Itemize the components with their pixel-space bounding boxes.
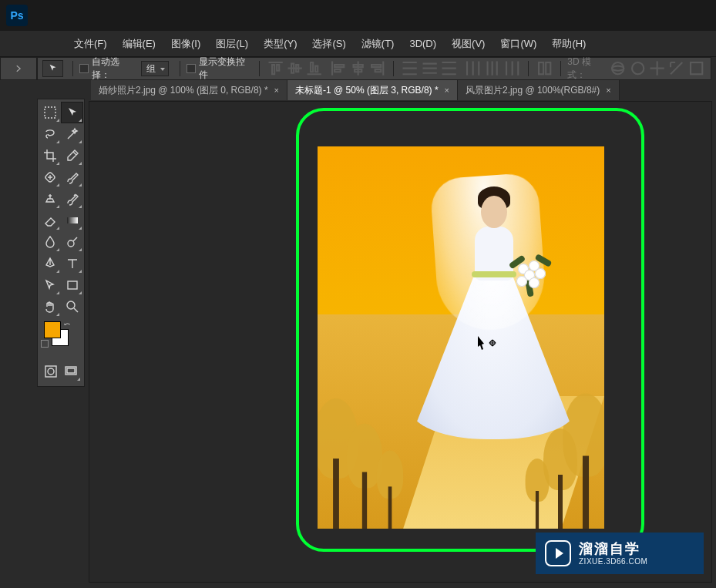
align-left-icon[interactable] bbox=[330, 61, 346, 76]
foreground-swatch[interactable] bbox=[44, 321, 61, 338]
distribute-right-icon[interactable] bbox=[504, 61, 520, 76]
auto-select-checkbox[interactable] bbox=[79, 64, 89, 73]
watermark-en: ZIXUE.3D66.COM bbox=[579, 557, 647, 566]
separator bbox=[180, 61, 180, 76]
dodge-tool[interactable] bbox=[62, 232, 82, 252]
auto-select-value: 组 bbox=[146, 62, 156, 76]
separator bbox=[528, 61, 529, 76]
menu-file[interactable]: 文件(F) bbox=[66, 32, 115, 55]
active-tool-indicator[interactable] bbox=[42, 60, 63, 77]
orbit-3d-icon[interactable] bbox=[610, 61, 626, 76]
align-hcenter-icon[interactable] bbox=[350, 61, 366, 76]
lasso-tool[interactable] bbox=[39, 124, 60, 144]
slide-3d-icon[interactable] bbox=[668, 61, 684, 76]
face bbox=[481, 196, 507, 228]
close-icon[interactable]: × bbox=[274, 86, 279, 95]
distribute-bottom-icon[interactable] bbox=[441, 61, 457, 76]
align-bottom-icon[interactable] bbox=[306, 61, 322, 76]
menu-bar: 文件(F) 编辑(E) 图像(I) 图层(L) 类型(Y) 选择(S) 滤镜(T… bbox=[0, 31, 716, 57]
magic-wand-tool[interactable] bbox=[62, 124, 82, 144]
path-select-tool[interactable] bbox=[39, 275, 60, 295]
gradient-tool[interactable] bbox=[62, 210, 82, 230]
watermark-cn: 溜溜自学 bbox=[579, 541, 647, 557]
svg-rect-15 bbox=[67, 368, 75, 373]
document-tab-label: 风景图片2.jpg @ 100%(RGB/8#) bbox=[466, 84, 600, 97]
svg-rect-1 bbox=[546, 62, 550, 74]
document-tab-2[interactable]: 未标题-1 @ 50% (图层 3, RGB/8) * × bbox=[287, 80, 458, 100]
rectangle-tool[interactable] bbox=[62, 275, 82, 295]
hand-tool[interactable] bbox=[39, 297, 60, 317]
type-tool[interactable] bbox=[62, 254, 82, 274]
distribute-left-icon[interactable] bbox=[465, 61, 481, 76]
bride-layer[interactable] bbox=[368, 165, 566, 442]
swap-colors-icon[interactable]: ⤺ bbox=[64, 320, 70, 328]
marquee-tool[interactable] bbox=[39, 102, 60, 123]
screen-mode-tool[interactable] bbox=[61, 361, 81, 381]
menu-window[interactable]: 窗口(W) bbox=[492, 32, 544, 55]
roll-3d-icon[interactable] bbox=[630, 61, 646, 76]
document-tab-1[interactable]: 婚纱照片2.jpg @ 100% (图层 0, RGB/8) * × bbox=[91, 80, 287, 100]
align-vcenter-icon[interactable] bbox=[287, 61, 303, 76]
workspace-area[interactable] bbox=[89, 102, 711, 582]
pan-3d-icon[interactable] bbox=[649, 61, 665, 76]
auto-select-dropdown[interactable]: 组 bbox=[141, 61, 169, 76]
quick-mask-tool[interactable] bbox=[41, 361, 61, 381]
ps-logo: Ps bbox=[6, 5, 28, 26]
svg-rect-12 bbox=[45, 366, 56, 377]
eyedropper-tool[interactable] bbox=[62, 146, 82, 166]
document-tab-3[interactable]: 风景图片2.jpg @ 100%(RGB/8#) × bbox=[458, 80, 620, 100]
document-tabs: 婚纱照片2.jpg @ 100% (图层 0, RGB/8) * × 未标题-1… bbox=[91, 80, 620, 100]
crop-tool[interactable] bbox=[39, 146, 60, 166]
distribute-vcenter-icon[interactable] bbox=[422, 61, 438, 76]
clone-stamp-tool[interactable] bbox=[39, 189, 60, 209]
svg-point-11 bbox=[67, 301, 75, 309]
menu-select[interactable]: 选择(S) bbox=[304, 32, 353, 55]
separator bbox=[560, 61, 561, 76]
scale-3d-icon[interactable] bbox=[688, 61, 704, 76]
separator bbox=[72, 61, 73, 76]
svg-point-13 bbox=[48, 368, 54, 375]
collapse-toggle[interactable] bbox=[0, 57, 37, 80]
bouquet bbox=[513, 257, 552, 299]
menu-layer[interactable]: 图层(L) bbox=[208, 32, 256, 55]
separator bbox=[259, 61, 260, 76]
color-swatches[interactable]: ⤺ bbox=[39, 318, 82, 351]
close-icon[interactable]: × bbox=[445, 86, 449, 95]
svg-point-3 bbox=[612, 66, 624, 71]
eraser-tool[interactable] bbox=[39, 210, 60, 230]
menu-edit[interactable]: 编辑(E) bbox=[115, 32, 163, 55]
menu-3d[interactable]: 3D(D) bbox=[402, 33, 444, 54]
align-top-icon[interactable] bbox=[267, 61, 284, 76]
history-brush-tool[interactable] bbox=[62, 189, 82, 209]
blur-tool[interactable] bbox=[39, 232, 60, 252]
document-tab-label: 未标题-1 @ 50% (图层 3, RGB/8) * bbox=[295, 84, 439, 97]
svg-point-9 bbox=[68, 240, 74, 247]
menu-type[interactable]: 类型(Y) bbox=[256, 32, 304, 55]
photoshop-window: Ps 文件(F) 编辑(E) 图像(I) 图层(L) 类型(Y) 选择(S) 滤… bbox=[0, 0, 716, 588]
move-tool-icon bbox=[48, 63, 59, 74]
show-transform-checkbox[interactable] bbox=[187, 64, 196, 73]
auto-align-icon[interactable] bbox=[536, 61, 553, 76]
distribute-hcenter-icon[interactable] bbox=[484, 61, 500, 76]
separator bbox=[393, 61, 394, 76]
brush-tool[interactable] bbox=[62, 167, 82, 187]
menu-help[interactable]: 帮助(H) bbox=[544, 32, 593, 55]
close-icon[interactable]: × bbox=[606, 86, 610, 95]
menu-view[interactable]: 视图(V) bbox=[444, 32, 492, 55]
document-tab-label: 婚纱照片2.jpg @ 100% (图层 0, RGB/8) * bbox=[99, 84, 268, 97]
svg-rect-8 bbox=[67, 217, 78, 223]
document-canvas[interactable] bbox=[318, 146, 604, 529]
healing-brush-tool[interactable] bbox=[39, 167, 60, 187]
move-tool[interactable] bbox=[62, 102, 82, 123]
distribute-top-icon[interactable] bbox=[402, 61, 418, 76]
zoom-tool[interactable] bbox=[62, 297, 82, 317]
menu-image[interactable]: 图像(I) bbox=[163, 32, 208, 55]
align-right-icon[interactable] bbox=[369, 61, 385, 76]
move-cursor-icon bbox=[476, 334, 496, 355]
menu-filter[interactable]: 滤镜(T) bbox=[354, 32, 402, 55]
svg-rect-0 bbox=[539, 62, 543, 74]
default-colors-icon[interactable] bbox=[41, 340, 49, 348]
svg-rect-5 bbox=[691, 62, 702, 74]
pen-tool[interactable] bbox=[39, 254, 60, 274]
svg-point-2 bbox=[612, 62, 624, 74]
